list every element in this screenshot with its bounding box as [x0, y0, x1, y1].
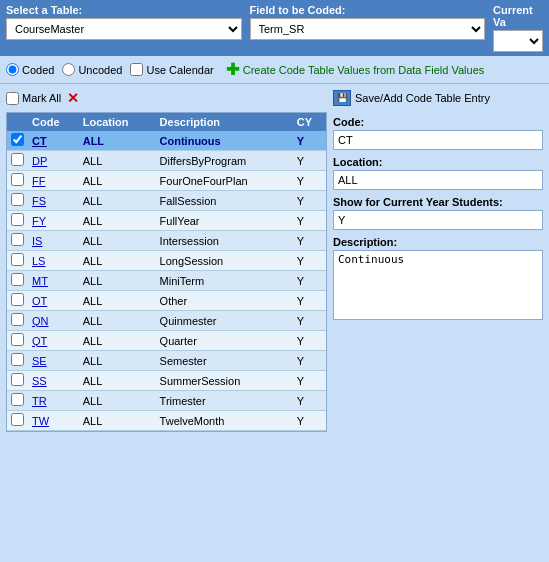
- row-description: Other: [156, 291, 293, 311]
- row-checkbox[interactable]: [11, 373, 24, 386]
- uncoded-radio[interactable]: [62, 63, 75, 76]
- top-bar: Select a Table: CourseMaster Field to be…: [0, 0, 549, 56]
- row-cy: Y: [293, 391, 326, 411]
- row-checkbox[interactable]: [11, 393, 24, 406]
- field-select-dropdown[interactable]: Term_SR: [250, 18, 486, 40]
- row-checkbox[interactable]: [11, 273, 24, 286]
- row-checkbox[interactable]: [11, 213, 24, 226]
- table-row[interactable]: QTALLQuarterY: [7, 331, 326, 351]
- row-code[interactable]: FF: [28, 171, 79, 191]
- row-checkbox-cell: [7, 411, 28, 431]
- row-checkbox-cell: [7, 351, 28, 371]
- table-row[interactable]: QNALLQuinmesterY: [7, 311, 326, 331]
- clear-button[interactable]: ✕: [67, 90, 79, 106]
- row-checkbox[interactable]: [11, 193, 24, 206]
- row-location: ALL: [79, 231, 156, 251]
- show-field-input[interactable]: [333, 210, 543, 230]
- mark-all-checkbox[interactable]: [6, 92, 19, 105]
- row-cy: Y: [293, 211, 326, 231]
- coded-radio-label[interactable]: Coded: [6, 63, 54, 76]
- code-field-input[interactable]: [333, 130, 543, 150]
- row-code[interactable]: MT: [28, 271, 79, 291]
- row-code[interactable]: DP: [28, 151, 79, 171]
- use-calendar-checkbox[interactable]: [130, 63, 143, 76]
- table-row[interactable]: CTALLContinuousY: [7, 131, 326, 151]
- row-description: Intersession: [156, 231, 293, 251]
- row-location: ALL: [79, 351, 156, 371]
- current-val-dropdown[interactable]: [493, 30, 543, 52]
- row-location: ALL: [79, 391, 156, 411]
- current-val-label: Current Va: [493, 4, 543, 28]
- show-field-label: Show for Current Year Students:: [333, 196, 543, 208]
- coded-radio[interactable]: [6, 63, 19, 76]
- row-checkbox[interactable]: [11, 173, 24, 186]
- table-row[interactable]: FSALLFallSessionY: [7, 191, 326, 211]
- row-code[interactable]: FY: [28, 211, 79, 231]
- uncoded-radio-label[interactable]: Uncoded: [62, 63, 122, 76]
- row-checkbox[interactable]: [11, 353, 24, 366]
- row-location: ALL: [79, 271, 156, 291]
- table-row[interactable]: FYALLFullYearY: [7, 211, 326, 231]
- table-row[interactable]: OTALLOtherY: [7, 291, 326, 311]
- table-row[interactable]: TWALLTwelveMonthY: [7, 411, 326, 431]
- code-field-group: Code:: [333, 116, 543, 150]
- row-checkbox[interactable]: [11, 153, 24, 166]
- row-code[interactable]: QN: [28, 311, 79, 331]
- row-location: ALL: [79, 411, 156, 431]
- table-row[interactable]: SSALLSummerSessionY: [7, 371, 326, 391]
- row-checkbox-cell: [7, 251, 28, 271]
- create-code-table-btn[interactable]: ✚ Create Code Table Values from Data Fie…: [226, 60, 485, 79]
- save-bar: 💾 Save/Add Code Table Entry: [333, 90, 543, 106]
- row-checkbox[interactable]: [11, 413, 24, 426]
- row-cy: Y: [293, 191, 326, 211]
- current-val-section: Current Va: [493, 4, 543, 52]
- row-code[interactable]: SE: [28, 351, 79, 371]
- row-code[interactable]: TR: [28, 391, 79, 411]
- row-location: ALL: [79, 291, 156, 311]
- location-field-input[interactable]: [333, 170, 543, 190]
- row-description: FullYear: [156, 211, 293, 231]
- table-row[interactable]: FFALLFourOneFourPlanY: [7, 171, 326, 191]
- row-description: Semester: [156, 351, 293, 371]
- table-row[interactable]: SEALLSemesterY: [7, 351, 326, 371]
- mark-all-label[interactable]: Mark All: [6, 92, 61, 105]
- row-code[interactable]: TW: [28, 411, 79, 431]
- row-checkbox-cell: [7, 271, 28, 291]
- table-select-dropdown[interactable]: CourseMaster: [6, 18, 242, 40]
- table-row[interactable]: LSALLLongSessionY: [7, 251, 326, 271]
- row-checkbox-cell: [7, 231, 28, 251]
- row-code[interactable]: FS: [28, 191, 79, 211]
- row-checkbox[interactable]: [11, 293, 24, 306]
- row-code[interactable]: QT: [28, 331, 79, 351]
- row-cy: Y: [293, 171, 326, 191]
- table-row[interactable]: ISALLIntersessionY: [7, 231, 326, 251]
- table-row[interactable]: MTALLMiniTermY: [7, 271, 326, 291]
- description-field-textarea[interactable]: Continuous: [333, 250, 543, 320]
- row-code[interactable]: CT: [28, 131, 79, 151]
- row-code[interactable]: OT: [28, 291, 79, 311]
- row-checkbox[interactable]: [11, 313, 24, 326]
- row-checkbox-cell: [7, 211, 28, 231]
- field-select-section: Field to be Coded: Term_SR: [250, 4, 486, 52]
- left-panel: Mark All ✕ Code Location Description CY …: [6, 90, 327, 432]
- use-calendar-text: Use Calendar: [146, 64, 213, 76]
- table-row[interactable]: TRALLTrimesterY: [7, 391, 326, 411]
- row-checkbox[interactable]: [11, 333, 24, 346]
- create-label: Create Code Table Values from Data Field…: [243, 64, 485, 76]
- row-checkbox-cell: [7, 391, 28, 411]
- row-code[interactable]: LS: [28, 251, 79, 271]
- row-location: ALL: [79, 331, 156, 351]
- row-checkbox[interactable]: [11, 253, 24, 266]
- table-row[interactable]: DPALLDiffersByProgramY: [7, 151, 326, 171]
- show-field-group: Show for Current Year Students:: [333, 196, 543, 230]
- row-cy: Y: [293, 411, 326, 431]
- row-code[interactable]: SS: [28, 371, 79, 391]
- row-checkbox-cell: [7, 291, 28, 311]
- main-content: Mark All ✕ Code Location Description CY …: [0, 84, 549, 438]
- row-checkbox[interactable]: [11, 133, 24, 146]
- row-code[interactable]: IS: [28, 231, 79, 251]
- row-cy: Y: [293, 231, 326, 251]
- row-checkbox[interactable]: [11, 233, 24, 246]
- use-calendar-label[interactable]: Use Calendar: [130, 63, 213, 76]
- col-header-code: Code: [28, 113, 79, 131]
